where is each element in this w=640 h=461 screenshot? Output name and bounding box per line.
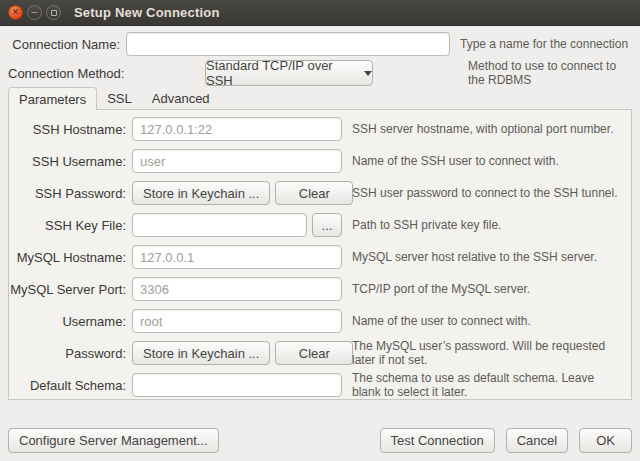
ssh-hostname-label: SSH Hostname: <box>9 122 126 137</box>
default-schema-hint: The schema to use as default schema. Lea… <box>352 371 625 400</box>
connection-method-label: Connection Method: <box>8 66 124 81</box>
username-input[interactable] <box>132 309 342 333</box>
ssh-username-row: SSH Username: Name of the SSH user to co… <box>9 149 631 173</box>
password-hint: The MySQL user’s password. Will be reque… <box>352 339 625 368</box>
mysql-hostname-row: MySQL Hostname: MySQL server host relati… <box>9 245 631 269</box>
ssh-username-hint: Name of the SSH user to connect with. <box>352 154 625 168</box>
password-label: Password: <box>9 346 126 361</box>
setup-new-connection-dialog: ✕ ─ Setup New Connection Connection Name… <box>0 0 640 461</box>
password-clear-button[interactable]: Clear <box>275 341 353 365</box>
mysql-hostname-hint: MySQL server host relative to the SSH se… <box>352 250 625 264</box>
mysql-hostname-input[interactable] <box>132 245 342 269</box>
connection-method-value: Standard TCP/IP over SSH <box>206 58 357 88</box>
ssh-key-file-input[interactable] <box>132 213 307 237</box>
ssh-password-label: SSH Password: <box>9 186 126 201</box>
ssh-username-input[interactable] <box>132 149 342 173</box>
connection-name-input[interactable] <box>126 32 450 56</box>
minimize-icon[interactable]: ─ <box>27 5 42 20</box>
cancel-button[interactable]: Cancel <box>506 428 568 453</box>
titlebar: ✕ ─ Setup New Connection <box>0 0 640 26</box>
connection-name-hint: Type a name for the connection <box>460 37 628 51</box>
configure-server-management-button[interactable]: Configure Server Management... <box>8 428 219 453</box>
connection-method-dropdown[interactable]: Standard TCP/IP over SSH <box>205 60 373 86</box>
connection-method-row: Connection Method: Standard TCP/IP over … <box>8 60 632 86</box>
maximize-icon[interactable] <box>46 5 61 20</box>
connection-name-label: Connection Name: <box>8 37 120 52</box>
mysql-hostname-label: MySQL Hostname: <box>9 250 126 265</box>
username-row: Username: Name of the user to connect wi… <box>9 309 631 333</box>
chevron-down-icon <box>364 71 372 76</box>
ok-button[interactable]: OK <box>579 428 632 453</box>
ssh-hostname-hint: SSH server hostname, with optional port … <box>352 122 625 136</box>
tab-bar: Parameters SSL Advanced <box>8 87 220 110</box>
ssh-key-file-browse-button[interactable]: ... <box>312 213 342 237</box>
password-row: Password: Store in Keychain ... Clear Th… <box>9 341 631 365</box>
mysql-port-input[interactable] <box>132 277 342 301</box>
window-title: Setup New Connection <box>74 5 220 20</box>
footer-button-bar: Configure Server Management... Test Conn… <box>8 428 632 453</box>
username-hint: Name of the user to connect with. <box>352 314 625 328</box>
ssh-hostname-input[interactable] <box>132 117 342 141</box>
default-schema-row: Default Schema: The schema to use as def… <box>9 373 631 397</box>
ssh-password-store-keychain-button[interactable]: Store in Keychain ... <box>132 181 270 205</box>
password-store-keychain-button[interactable]: Store in Keychain ... <box>132 341 270 365</box>
ssh-password-row: SSH Password: Store in Keychain ... Clea… <box>9 181 631 205</box>
tab-ssl[interactable]: SSL <box>97 87 142 110</box>
ssh-key-file-hint: Path to SSH private key file. <box>352 218 625 232</box>
mysql-port-label: MySQL Server Port: <box>9 282 126 297</box>
ssh-password-clear-button[interactable]: Clear <box>275 181 353 205</box>
tab-advanced[interactable]: Advanced <box>142 87 220 110</box>
ssh-password-hint: SSH user password to connect to the SSH … <box>352 186 625 200</box>
username-label: Username: <box>9 314 126 329</box>
parameters-panel: SSH Hostname: SSH server hostname, with … <box>8 109 632 400</box>
ssh-key-file-row: SSH Key File: ... Path to SSH private ke… <box>9 213 631 237</box>
mysql-port-row: MySQL Server Port: TCP/IP port of the My… <box>9 277 631 301</box>
close-icon[interactable]: ✕ <box>8 5 23 20</box>
ssh-key-file-label: SSH Key File: <box>9 218 126 233</box>
connection-name-row: Connection Name: Type a name for the con… <box>8 31 632 57</box>
connection-method-hint: Method to use to connect to the RDBMS <box>468 59 632 88</box>
mysql-port-hint: TCP/IP port of the MySQL server. <box>352 282 625 296</box>
tab-parameters[interactable]: Parameters <box>8 87 97 110</box>
test-connection-button[interactable]: Test Connection <box>380 428 495 453</box>
default-schema-input[interactable] <box>132 373 342 397</box>
ssh-username-label: SSH Username: <box>9 154 126 169</box>
default-schema-label: Default Schema: <box>9 378 126 393</box>
ssh-hostname-row: SSH Hostname: SSH server hostname, with … <box>9 117 631 141</box>
